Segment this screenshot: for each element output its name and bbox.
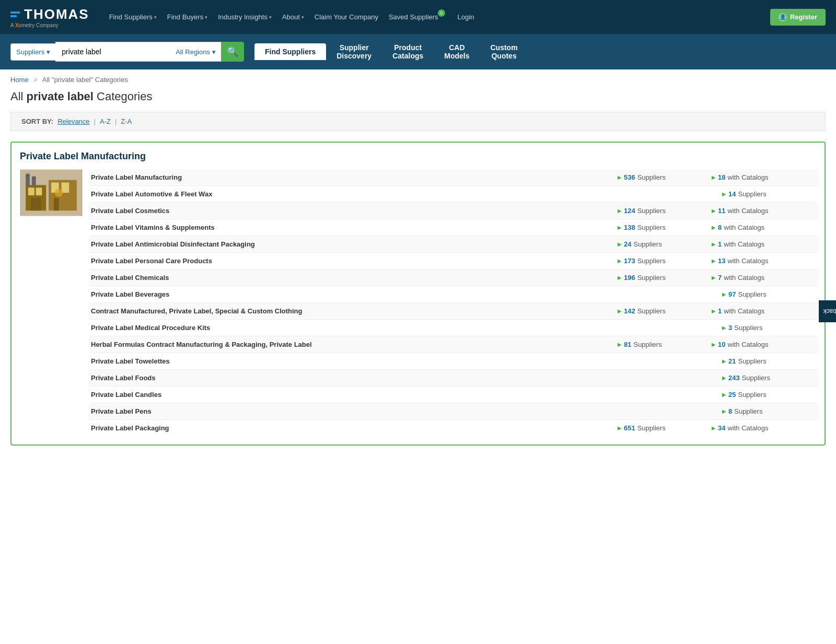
item-name: Private Label Packaging [91,424,618,432]
item-catalogs: ▶8 with Catalogs [712,224,816,231]
search-icon: 🔍 [227,46,238,57]
sort-relevance[interactable]: Relevance [57,118,89,125]
catalog-count[interactable]: 1 [718,240,722,248]
sort-az[interactable]: A-Z [100,118,111,125]
catalog-count[interactable]: 13 [718,257,725,265]
supplier-count[interactable]: 138 [624,224,635,231]
item-name: Herbal Formulas Contract Manufacturing &… [91,341,618,348]
supplier-label: Suppliers [734,324,762,332]
sort-za[interactable]: Z-A [121,118,132,125]
catalog-arrow-icon: ▶ [712,174,716,180]
supplier-arrow-icon: ▶ [618,258,622,264]
supplier-arrow-icon: ▶ [722,325,726,331]
table-row: Private Label Personal Care Products▶173… [91,253,816,270]
item-name: Private Label Foods [91,374,722,382]
table-row: Private Label Beverages▶97 Suppliers [91,286,816,303]
item-catalogs: ▶34 with Catalogs [712,424,816,432]
catalog-label: with Catalogs [724,274,764,282]
region-arrow-icon: ▾ [212,48,216,56]
svg-point-10 [32,176,36,179]
item-suppliers: ▶24 Suppliers [618,240,712,248]
search-input[interactable] [55,42,170,62]
tab-product-catalogs[interactable]: ProductCatalogs [382,39,434,64]
feedback-tab[interactable]: Feedback [819,300,836,322]
supplier-label: Suppliers [637,224,666,231]
catalog-count[interactable]: 1 [718,307,722,315]
tab-supplier-discovery[interactable]: SupplierDiscovery [326,39,382,64]
tab-find-suppliers[interactable]: Find Suppliers [254,43,326,60]
supplier-arrow-icon: ▶ [618,342,622,347]
catalog-arrow-icon: ▶ [712,275,716,280]
supplier-label: Suppliers [742,374,770,382]
item-suppliers: ▶142 Suppliers [618,307,712,315]
table-row: Herbal Formulas Contract Manufacturing &… [89,336,818,353]
table-row: Contract Manufactured, Private Label, Sp… [89,303,818,320]
supplier-count[interactable]: 142 [624,307,635,315]
svg-rect-4 [36,188,42,195]
category-image [20,169,83,216]
catalog-count[interactable]: 18 [718,173,725,181]
catalog-arrow-icon: ▶ [712,225,716,230]
table-row: Private Label Medical Procedure Kits▶3 S… [91,320,816,336]
item-suppliers: ▶651 Suppliers [618,424,712,432]
catalog-count[interactable]: 8 [718,224,722,231]
catalog-count[interactable]: 11 [718,207,725,215]
supplier-count[interactable]: 3 [728,324,732,332]
supplier-count[interactable]: 536 [624,173,635,181]
catalog-arrow-icon: ▶ [712,208,716,214]
nav-links: Find Suppliers ▾ Find Buyers ▾ Industry … [105,10,770,24]
register-button[interactable]: 👤 Register [770,9,826,26]
supplier-arrow-icon: ▶ [722,191,726,197]
nav-claim-company[interactable]: Claim Your Company [310,10,382,24]
supplier-count[interactable]: 173 [624,257,635,265]
supplier-count[interactable]: 196 [624,274,635,282]
svg-rect-7 [26,175,30,186]
supplier-label: Suppliers [637,424,666,432]
supplier-label: Suppliers [637,274,666,282]
nav-find-suppliers[interactable]: Find Suppliers ▾ [105,10,161,24]
supplier-count[interactable]: 14 [728,190,736,198]
supplier-count[interactable]: 124 [624,207,635,215]
search-type-selector[interactable]: Suppliers ▾ [10,43,55,61]
supplier-arrow-icon: ▶ [618,275,622,280]
catalog-label: with Catalogs [727,341,768,348]
tab-cad-models[interactable]: CADModels [434,39,480,64]
region-selector[interactable]: All Regions ▾ [170,42,221,62]
tab-custom-quotes[interactable]: CustomQuotes [480,39,528,64]
supplier-count[interactable]: 25 [728,391,736,399]
item-catalogs: ▶7 with Catalogs [712,274,816,282]
catalog-count[interactable]: 34 [718,424,725,432]
search-button[interactable]: 🔍 [221,42,244,62]
supplier-count[interactable]: 81 [624,341,631,348]
catalog-count[interactable]: 7 [718,274,722,282]
supplier-count[interactable]: 21 [728,357,736,365]
search-bar: Suppliers ▾ All Regions ▾ 🔍 Find Supplie… [0,34,836,69]
logo[interactable]: THOMAS [10,6,89,22]
catalog-count[interactable]: 10 [718,341,725,348]
breadcrumb-home[interactable]: Home [10,76,29,84]
register-icon: 👤 [779,13,787,21]
supplier-count[interactable]: 24 [624,240,631,248]
nav-saved-suppliers[interactable]: Saved Suppliers 0 [385,10,451,24]
supplier-arrow-icon: ▶ [618,308,622,314]
svg-rect-12 [54,198,59,210]
catalog-label: with Catalogs [724,240,764,248]
catalog-label: with Catalogs [724,307,764,315]
svg-point-9 [26,173,30,177]
table-row: Private Label Vitamins & Supplements▶138… [91,219,816,236]
supplier-count[interactable]: 651 [624,424,635,432]
type-arrow-icon: ▾ [47,48,50,56]
item-name: Private Label Automotive & Fleet Wax [91,190,722,198]
supplier-count[interactable]: 97 [728,290,736,298]
item-name: Private Label Vitamins & Supplements [91,224,618,231]
nav-industry-insights[interactable]: Industry Insights ▾ [214,10,276,24]
supplier-count[interactable]: 8 [728,407,732,415]
svg-point-13 [55,189,63,197]
item-catalogs: ▶13 with Catalogs [712,257,816,265]
nav-about[interactable]: About ▾ [278,10,308,24]
nav-login[interactable]: Login [454,10,479,24]
saved-badge: 0 [438,9,445,17]
supplier-arrow-icon: ▶ [722,392,726,397]
supplier-count[interactable]: 243 [728,374,740,382]
nav-find-buyers[interactable]: Find Buyers ▾ [163,10,212,24]
